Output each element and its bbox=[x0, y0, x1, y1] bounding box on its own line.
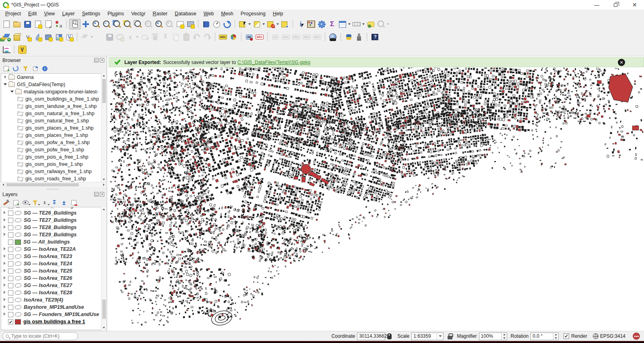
layer-item[interactable]: SG — IsoArea_TE26 bbox=[1, 275, 106, 282]
browser-item[interactable]: gis_osm_landuse_a_free_1.shp bbox=[1, 103, 106, 110]
menu-processing[interactable]: Processing bbox=[237, 10, 269, 17]
magnifier-input[interactable]: 100% bbox=[479, 333, 507, 340]
refresh-icon[interactable] bbox=[12, 65, 19, 72]
open-project-button[interactable] bbox=[12, 19, 22, 29]
select-by-location-button[interactable] bbox=[280, 19, 290, 29]
delete-selected-button[interactable] bbox=[150, 32, 160, 42]
layer-checkbox[interactable] bbox=[8, 261, 13, 267]
pin-labels-button[interactable]: ab bbox=[244, 32, 254, 42]
save-layer-edits-button[interactable] bbox=[104, 32, 115, 42]
properties-icon[interactable] bbox=[41, 65, 48, 72]
layer-item[interactable]: SG — IsoArea_TE23 bbox=[1, 253, 106, 260]
filter-browser-icon[interactable] bbox=[22, 65, 29, 72]
restore-button[interactable] bbox=[606, 0, 625, 10]
move-label-button[interactable]: abc bbox=[281, 32, 291, 42]
temporal-controller-button[interactable] bbox=[211, 19, 222, 29]
browser-item[interactable]: gis_osm_pois_a_free_1.shp bbox=[1, 153, 106, 161]
processing-toolbox-button[interactable] bbox=[316, 19, 327, 29]
vertex-tool-dropdown-icon[interactable] bbox=[136, 36, 138, 38]
show-map-tips-button[interactable] bbox=[365, 19, 376, 29]
layer-item[interactable]: Bayshore_MP19LandUse bbox=[1, 304, 106, 311]
collapsed-arrow-icon[interactable] bbox=[3, 298, 7, 302]
browser-item[interactable]: gis_osm_buildings_a_free_1.shp bbox=[1, 95, 106, 103]
open-layer-styling-icon[interactable] bbox=[2, 199, 10, 206]
layer-checkbox[interactable] bbox=[8, 211, 13, 216]
render-checkbox[interactable]: ✓ bbox=[564, 333, 569, 339]
help-contents-button[interactable] bbox=[369, 32, 380, 42]
collapsed-arrow-icon[interactable] bbox=[3, 291, 7, 295]
layer-checkbox[interactable] bbox=[8, 218, 13, 223]
layer-item[interactable]: SG — Founders_MP19LandUse bbox=[1, 311, 106, 318]
layer-checkbox[interactable] bbox=[8, 247, 13, 252]
crs-status[interactable]: EPSG:3414 bbox=[600, 333, 625, 339]
add-group-icon[interactable] bbox=[12, 199, 19, 206]
new-3d-map-view-button[interactable] bbox=[185, 19, 196, 29]
show-spatial-bookmarks-button[interactable] bbox=[201, 19, 211, 29]
copy-features-button[interactable] bbox=[171, 32, 181, 42]
browser-vscrollbar[interactable] bbox=[101, 73, 106, 182]
open-field-calculator-button[interactable] bbox=[306, 19, 316, 29]
statistical-summary-button[interactable] bbox=[327, 19, 337, 29]
browser-item[interactable]: gis_osm_places_free_1.shp bbox=[1, 132, 106, 139]
browser-item[interactable]: Garena bbox=[1, 74, 106, 81]
python-console-button[interactable] bbox=[343, 32, 354, 42]
current-edits-dropdown-icon[interactable] bbox=[91, 36, 93, 38]
undo-button[interactable] bbox=[192, 32, 202, 42]
layers-vscrollbar[interactable] bbox=[101, 207, 106, 330]
layer-checkbox[interactable] bbox=[8, 232, 13, 238]
layer-diagram-options-button[interactable] bbox=[228, 32, 239, 42]
collapsed-arrow-icon[interactable] bbox=[3, 247, 7, 251]
menu-web[interactable]: Web bbox=[200, 10, 217, 17]
open-data-source-manager-button[interactable] bbox=[1, 32, 12, 42]
save-project-button[interactable] bbox=[22, 19, 33, 29]
nominatim-locator-button[interactable] bbox=[376, 19, 390, 29]
map-canvas[interactable] bbox=[107, 68, 644, 331]
select-features-button[interactable] bbox=[237, 19, 252, 29]
browser-item[interactable]: gis_osm_places_a_free_1.shp bbox=[1, 124, 106, 132]
measure-line-button[interactable] bbox=[351, 19, 365, 29]
browser-item[interactable]: gis_osm_roads_free_1.shp bbox=[1, 175, 106, 182]
close-button[interactable]: ✕ bbox=[625, 0, 644, 10]
show-layout-manager-button[interactable] bbox=[43, 19, 54, 29]
collapsed-arrow-icon[interactable] bbox=[3, 233, 7, 237]
menu-settings[interactable]: Settings bbox=[78, 10, 104, 17]
select-features-by-value-button[interactable] bbox=[252, 19, 266, 29]
deselect-features-button[interactable] bbox=[266, 19, 280, 29]
browser-item[interactable]: GIS_DataFiles(Temp) bbox=[1, 81, 106, 88]
collapsed-arrow-icon[interactable] bbox=[3, 312, 7, 316]
layer-item[interactable]: SG — IsoArea_TE22A bbox=[1, 246, 106, 253]
new-geopackage-layer-button[interactable] bbox=[12, 32, 22, 42]
layer-checkbox[interactable] bbox=[8, 269, 13, 274]
deselect-features-dropdown-icon[interactable] bbox=[277, 23, 279, 25]
zoom-to-selection-button[interactable] bbox=[122, 19, 133, 29]
layer-item[interactable]: SG — TE27_Buildings bbox=[1, 217, 106, 224]
collapsed-arrow-icon[interactable] bbox=[3, 207, 7, 208]
new-spatialite-layer-button[interactable] bbox=[33, 32, 43, 42]
label-properties-button[interactable]: abc bbox=[312, 32, 322, 42]
refresh-map-button[interactable] bbox=[222, 19, 232, 29]
profile-tool-plugin-button[interactable] bbox=[17, 45, 27, 55]
expand-all-icon[interactable] bbox=[51, 199, 58, 206]
browser-item[interactable]: gis_osm_pofw_a_free_1.shp bbox=[1, 139, 106, 146]
cut-features-button[interactable] bbox=[160, 32, 171, 42]
browser-hscrollbar[interactable] bbox=[1, 182, 106, 187]
layer-checkbox[interactable] bbox=[8, 305, 13, 310]
layer-item[interactable]: IsoArea_TE29(4) bbox=[1, 296, 106, 304]
crs-globe-icon[interactable] bbox=[593, 333, 599, 339]
coordinate-input[interactable]: 30114,33662 bbox=[357, 333, 385, 340]
browser-item[interactable]: gis_osm_railways_free_1.shp bbox=[1, 168, 106, 175]
notification-link[interactable]: C:\GIS_DataFiles(Temp)\SG.gpkg bbox=[237, 60, 310, 65]
layers-close-icon[interactable]: ✕ bbox=[100, 192, 104, 196]
filter-legend-icon[interactable] bbox=[31, 199, 39, 206]
elevation-profile-button[interactable] bbox=[1, 45, 12, 55]
filter-by-expression-icon[interactable] bbox=[41, 199, 48, 206]
collapsed-arrow-icon[interactable] bbox=[3, 262, 7, 266]
menu-help[interactable]: Help bbox=[269, 10, 287, 17]
layer-checkbox[interactable] bbox=[8, 312, 13, 317]
menu-layer[interactable]: Layer bbox=[58, 10, 78, 17]
menu-view[interactable]: View bbox=[41, 10, 59, 17]
new-shapefile-layer-button[interactable] bbox=[22, 32, 33, 42]
select-features-by-value-dropdown-icon[interactable] bbox=[262, 23, 265, 25]
browser-item[interactable]: gis_osm_pois_free_1.shp bbox=[1, 161, 106, 168]
zoom-full-extent-button[interactable] bbox=[112, 19, 122, 29]
